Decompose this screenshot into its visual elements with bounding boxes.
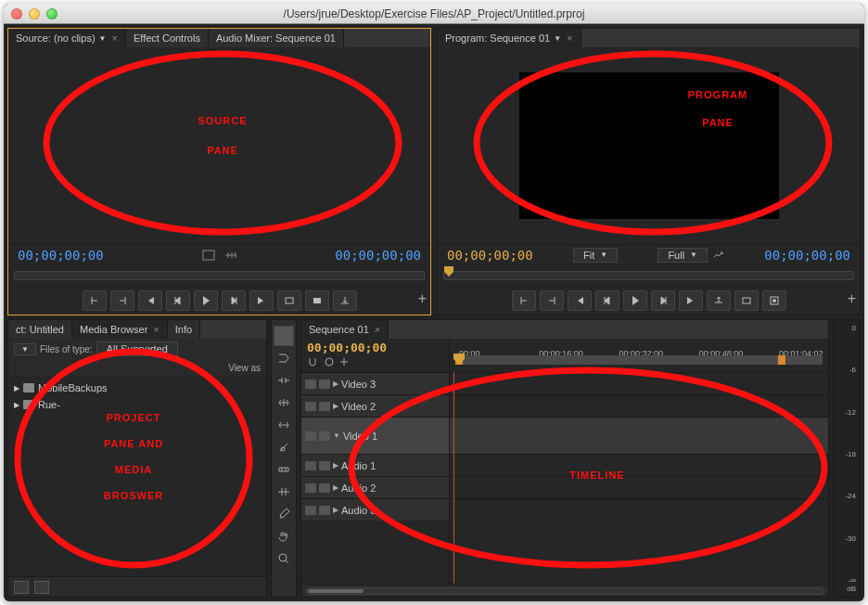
marker-icon[interactable]	[324, 356, 335, 367]
timeline-tracks-area[interactable]	[450, 372, 828, 584]
insert-button[interactable]	[277, 290, 301, 311]
settings-icon[interactable]	[711, 249, 724, 262]
tab-source[interactable]: Source: (no clips) ▼ ×	[8, 29, 126, 47]
program-monitor[interactable]	[438, 47, 860, 244]
lock-icon[interactable]	[319, 402, 330, 411]
track-lane[interactable]	[450, 394, 828, 417]
timeline-h-scrollbar[interactable]	[301, 584, 828, 597]
eye-icon[interactable]	[305, 380, 316, 389]
snap-icon[interactable]	[307, 356, 320, 367]
tab-effect-controls[interactable]: Effect Controls	[126, 29, 209, 47]
lock-icon[interactable]	[319, 506, 330, 515]
scrub-track[interactable]	[443, 271, 854, 280]
track-lane[interactable]	[450, 372, 828, 394]
track-header-video2[interactable]: ▶Video 2	[301, 394, 449, 417]
export-frame-button[interactable]	[762, 290, 786, 311]
play-button[interactable]	[623, 290, 647, 311]
go-to-in-button[interactable]	[568, 290, 592, 311]
razor-tool[interactable]	[274, 437, 294, 457]
export-frame-button[interactable]	[333, 290, 357, 311]
close-tab-icon[interactable]: ×	[153, 324, 159, 335]
track-select-tool[interactable]	[274, 348, 294, 368]
disclosure-icon[interactable]: ▼	[333, 431, 340, 440]
zoom-tool[interactable]	[274, 548, 294, 569]
mark-out-button[interactable]	[110, 290, 134, 311]
ripple-edit-tool[interactable]	[274, 370, 294, 391]
slide-tool[interactable]	[274, 482, 294, 502]
track-header-audio3[interactable]: ▶Audio 3	[301, 498, 449, 521]
rolling-edit-tool[interactable]	[274, 393, 294, 413]
speaker-icon[interactable]	[305, 461, 316, 470]
lift-button[interactable]	[707, 290, 731, 311]
track-header-video3[interactable]: ▶Video 3	[301, 372, 449, 394]
disclosure-icon[interactable]: ▶	[333, 402, 338, 410]
disclosure-icon[interactable]: ▶	[333, 380, 338, 388]
lock-icon[interactable]	[319, 461, 330, 470]
slip-tool[interactable]	[274, 459, 294, 480]
go-to-out-button[interactable]	[679, 290, 703, 311]
lock-icon[interactable]	[319, 431, 330, 441]
disclosure-icon[interactable]: ▶	[14, 384, 19, 393]
track-lane[interactable]	[450, 417, 828, 454]
source-monitor[interactable]	[8, 47, 430, 244]
lock-icon[interactable]	[319, 380, 330, 389]
close-tab-icon[interactable]: ×	[567, 32, 572, 44]
eye-icon[interactable]	[305, 402, 316, 411]
selection-tool[interactable]	[274, 326, 294, 346]
dropdown-icon[interactable]: ▼	[554, 34, 561, 43]
mark-out-button[interactable]	[540, 290, 564, 311]
step-back-button[interactable]	[595, 290, 619, 311]
rate-stretch-tool[interactable]	[274, 415, 294, 435]
tab-media-browser[interactable]: Media Browser ×	[72, 320, 168, 339]
markers-icon[interactable]	[224, 249, 237, 262]
mark-in-button[interactable]	[512, 290, 536, 311]
track-header-audio1[interactable]: ▶Audio 1	[301, 454, 449, 476]
play-button[interactable]	[194, 290, 218, 311]
dropdown-icon[interactable]: ▼	[99, 34, 107, 43]
timeline-ruler-area[interactable]: 00;00 00;00;16;00 00;00;32;00 00;00;48;0…	[450, 339, 828, 372]
disclosure-icon[interactable]: ▶	[333, 506, 338, 514]
go-to-out-button[interactable]	[249, 290, 274, 311]
source-scrub[interactable]	[8, 264, 430, 287]
lock-icon[interactable]	[319, 483, 330, 493]
disclosure-icon[interactable]: ▶	[333, 461, 338, 470]
scrub-track[interactable]	[14, 271, 425, 280]
work-area-end[interactable]	[778, 355, 785, 365]
settings-icon[interactable]	[338, 356, 350, 367]
track-header-video1[interactable]: ▼Video 1	[301, 417, 449, 454]
pen-tool[interactable]	[274, 504, 294, 524]
tab-info[interactable]: Info	[168, 320, 200, 339]
program-scrub[interactable]	[438, 264, 860, 287]
extract-button[interactable]	[734, 290, 759, 311]
media-browser-tree[interactable]: ▶ MobileBackups ▶ Rue-	[8, 376, 266, 576]
disclosure-icon[interactable]: ▶	[14, 401, 19, 409]
hand-tool[interactable]	[274, 526, 294, 547]
disclosure-icon[interactable]: ▶	[333, 483, 338, 492]
close-tab-icon[interactable]: ×	[375, 324, 380, 335]
speaker-icon[interactable]	[305, 483, 316, 493]
tab-audio-mixer[interactable]: Audio Mixer: Sequence 01	[209, 29, 344, 47]
tab-program[interactable]: Program: Sequence 01 ▼ ×	[438, 29, 581, 47]
playback-resolution-select[interactable]: Full ▼	[657, 248, 708, 263]
source-playhead-tc[interactable]: 00;00;00;00	[18, 248, 104, 263]
speaker-icon[interactable]	[305, 506, 316, 515]
track-lane[interactable]	[450, 454, 828, 476]
overwrite-button[interactable]	[305, 290, 329, 311]
button-editor-icon[interactable]: +	[418, 290, 427, 307]
go-to-in-button[interactable]	[138, 290, 162, 311]
tab-sequence[interactable]: Sequence 01 ×	[301, 320, 389, 339]
work-area-bar[interactable]	[455, 355, 823, 365]
step-forward-button[interactable]	[651, 290, 675, 311]
timeline-cti[interactable]: 00;00;00;00	[307, 341, 443, 354]
button-editor-icon[interactable]: +	[848, 290, 856, 307]
track-lane[interactable]	[450, 476, 828, 498]
step-back-button[interactable]	[166, 290, 190, 311]
settings-icon[interactable]	[202, 249, 215, 262]
track-lane[interactable]	[450, 498, 828, 521]
playhead-icon[interactable]	[444, 266, 453, 279]
playhead-icon[interactable]	[453, 354, 465, 367]
program-playhead-tc[interactable]: 00;00;00;00	[447, 248, 533, 263]
tree-item[interactable]: ▶ MobileBackups	[14, 380, 261, 396]
tab-project[interactable]: ct: Untitled	[8, 320, 72, 339]
filetype-select[interactable]: All Supported	[96, 341, 178, 356]
